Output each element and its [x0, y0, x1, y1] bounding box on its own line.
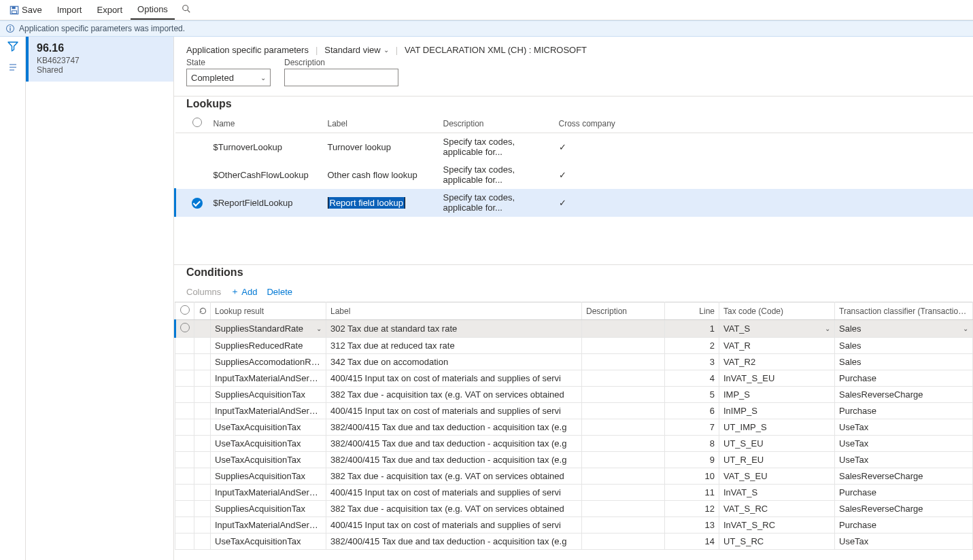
cell-transaction-classifier[interactable]: Sales [835, 338, 973, 354]
cell-label[interactable]: 312 Tax due at reduced tax rate [326, 338, 582, 354]
cell-lookup-result[interactable]: SuppliesAcquisitionTax [211, 387, 326, 403]
export-button[interactable]: Export [90, 0, 129, 20]
cell-lookup-result[interactable]: UseTaxAcquisitionTax [211, 436, 326, 452]
condition-row[interactable]: SuppliesAcquisitionTax382 Tax due - acqu… [175, 387, 973, 403]
lookup-result-dropdown[interactable]: SuppliesStandardRate⌄ [215, 323, 322, 334]
cell-lookup-result[interactable]: InputTaxMaterialAndServices [211, 485, 326, 501]
col-tax-code[interactable]: Tax code (Code) [719, 302, 835, 320]
cell-line[interactable]: 5 [665, 387, 719, 403]
cell-lookup-result[interactable]: SuppliesAcquisitionTax [211, 501, 326, 517]
conditions-select-all[interactable] [175, 302, 194, 320]
cell-label[interactable]: 400/415 Input tax on cost of materials a… [326, 517, 582, 533]
cell-tax-code[interactable]: UT_R_EU [719, 452, 835, 468]
cell-transaction-classifier[interactable]: SalesReverseCharge [835, 468, 973, 485]
add-button[interactable]: ＋Add [231, 285, 257, 298]
cell-line[interactable]: 2 [665, 338, 719, 354]
cell-label[interactable]: 382/400/415 Tax due and tax deduction - … [326, 533, 582, 550]
condition-row[interactable]: SuppliesStandardRate⌄302 Tax due at stan… [175, 320, 973, 338]
cell-transaction-classifier[interactable]: SalesReverseCharge [835, 501, 973, 517]
col-description[interactable]: Description [582, 302, 665, 320]
cell-line[interactable]: 8 [665, 436, 719, 452]
cell-transaction-classifier[interactable]: UseTax [835, 452, 973, 468]
cell-line[interactable]: 14 [665, 533, 719, 550]
cell-lookup-result[interactable]: SuppliesStandardRate⌄ [211, 320, 326, 338]
cell-transaction-classifier[interactable]: UseTax [835, 533, 973, 550]
cell-label[interactable]: 382/400/415 Tax due and tax deduction - … [326, 436, 582, 452]
cell-line[interactable]: 9 [665, 452, 719, 468]
cell-lookup-result[interactable]: InputTaxMaterialAndServices [211, 403, 326, 419]
cell-tax-code[interactable]: InVAT_S_EU [719, 370, 835, 387]
lookups-col-label[interactable]: Label [322, 114, 438, 133]
condition-row[interactable]: SuppliesAcquisitionTax382 Tax due - acqu… [175, 501, 973, 517]
columns-button[interactable]: Columns [186, 287, 221, 297]
cell-description[interactable] [582, 338, 665, 354]
cell-tax-code[interactable]: VAT_R2 [719, 354, 835, 370]
cell-line[interactable]: 6 [665, 403, 719, 419]
cell-description[interactable] [582, 370, 665, 387]
cell-transaction-classifier[interactable]: Sales [835, 354, 973, 370]
cell-label[interactable]: 342 Tax due on accomodation [326, 354, 582, 370]
cell-transaction-classifier[interactable]: Sales⌄ [835, 320, 973, 338]
cell-line[interactable]: 4 [665, 370, 719, 387]
condition-row[interactable]: SuppliesAccomodationRate342 Tax due on a… [175, 354, 973, 370]
filter-icon[interactable] [7, 41, 18, 54]
cell-description[interactable] [582, 320, 665, 338]
cell-tax-code[interactable]: UT_IMP_S [719, 419, 835, 436]
cell-label[interactable]: 400/415 Input tax on cost of materials a… [326, 485, 582, 501]
cell-label[interactable]: 400/415 Input tax on cost of materials a… [326, 403, 582, 419]
cell-tax-code[interactable]: InVAT_S [719, 485, 835, 501]
import-button[interactable]: Import [50, 0, 89, 20]
col-label[interactable]: Label [326, 302, 582, 320]
cell-lookup-result[interactable]: SuppliesAccomodationRate [211, 354, 326, 370]
cell-label[interactable]: 382 Tax due - acquisition tax (e.g. VAT … [326, 468, 582, 485]
cell-line[interactable]: 1 [665, 320, 719, 338]
cell-transaction-classifier[interactable]: Purchase [835, 370, 973, 387]
condition-row[interactable]: InputTaxMaterialAndServices400/415 Input… [175, 370, 973, 387]
cell-lookup-result[interactable]: SuppliesReducedRate [211, 338, 326, 354]
lookups-col-cross[interactable]: Cross company [553, 114, 974, 133]
list-icon[interactable] [7, 62, 18, 75]
cell-tax-code[interactable]: VAT_S⌄ [719, 320, 835, 338]
cell-tax-code[interactable]: UT_S_EU [719, 436, 835, 452]
condition-row[interactable]: UseTaxAcquisitionTax382/400/415 Tax due … [175, 533, 973, 550]
cell-label[interactable]: 382 Tax due - acquisition tax (e.g. VAT … [326, 501, 582, 517]
cell-description[interactable] [582, 468, 665, 485]
condition-row[interactable]: InputTaxMaterialAndServices400/415 Input… [175, 517, 973, 533]
cell-description[interactable] [582, 501, 665, 517]
cell-description[interactable] [582, 354, 665, 370]
row-select-icon[interactable] [180, 323, 190, 332]
cell-line[interactable]: 10 [665, 468, 719, 485]
cell-line[interactable]: 11 [665, 485, 719, 501]
cell-transaction-classifier[interactable]: Purchase [835, 485, 973, 501]
cell-description[interactable] [582, 485, 665, 501]
cell-line[interactable]: 7 [665, 419, 719, 436]
options-button[interactable]: Options [131, 0, 175, 20]
cell-transaction-classifier[interactable]: Purchase [835, 517, 973, 533]
view-selector[interactable]: Standard view ⌄ [324, 45, 388, 55]
col-line[interactable]: Line [665, 302, 719, 320]
condition-row[interactable]: UseTaxAcquisitionTax382/400/415 Tax due … [175, 452, 973, 468]
save-button[interactable]: Save [3, 0, 49, 20]
cell-line[interactable]: 3 [665, 354, 719, 370]
cell-lookup-result[interactable]: InputTaxMaterialAndServices [211, 517, 326, 533]
refresh-column[interactable] [194, 302, 211, 320]
lookup-row[interactable]: $TurnoverLookupTurnover lookupSpecify ta… [175, 133, 974, 161]
col-lookup-result[interactable]: Lookup result [211, 302, 326, 320]
cell-lookup-result[interactable]: UseTaxAcquisitionTax [211, 419, 326, 436]
cell-tax-code[interactable]: InIMP_S [719, 403, 835, 419]
condition-row[interactable]: UseTaxAcquisitionTax382/400/415 Tax due … [175, 436, 973, 452]
cell-tax-code[interactable]: UT_S_RC [719, 533, 835, 550]
cell-label[interactable]: 382/400/415 Tax due and tax deduction - … [326, 419, 582, 436]
cell-lookup-result[interactable]: SuppliesAcquisitionTax [211, 468, 326, 485]
cell-lookup-result[interactable]: UseTaxAcquisitionTax [211, 533, 326, 550]
cell-line[interactable]: 13 [665, 517, 719, 533]
cell-lookup-result[interactable]: InputTaxMaterialAndServices [211, 370, 326, 387]
cell-tax-code[interactable]: VAT_R [719, 338, 835, 354]
cell-tax-code[interactable]: VAT_S_RC [719, 501, 835, 517]
lookups-select-all[interactable] [186, 114, 208, 133]
cell-label[interactable]: 400/415 Input tax on cost of materials a… [326, 370, 582, 387]
lookup-label-editing[interactable]: Report field lookup [328, 197, 405, 209]
cell-transaction-classifier[interactable]: UseTax [835, 436, 973, 452]
cell-description[interactable] [582, 533, 665, 550]
transaction-classifier-dropdown[interactable]: Sales⌄ [839, 323, 968, 334]
